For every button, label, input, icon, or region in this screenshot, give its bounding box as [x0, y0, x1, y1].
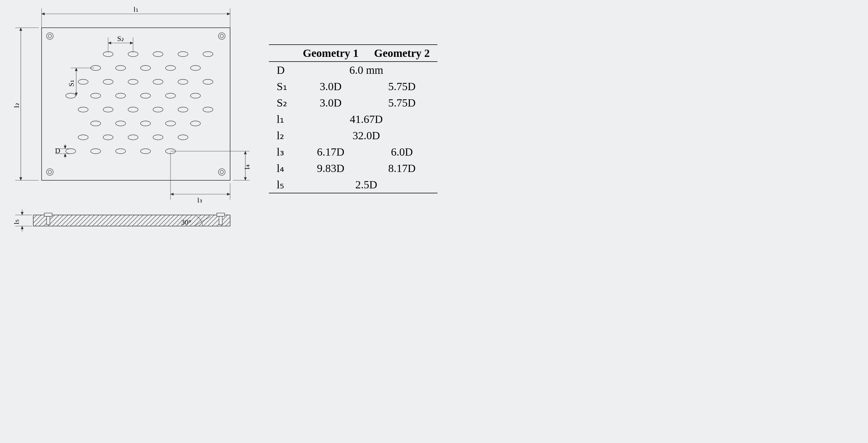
value-cell: 6.0 mm: [295, 62, 437, 78]
svg-point-13: [220, 170, 223, 174]
param-cell: l₂: [269, 127, 295, 144]
value-cell: 9.83D: [295, 160, 366, 176]
svg-point-18: [203, 52, 213, 57]
svg-point-9: [220, 34, 223, 38]
svg-rect-77: [219, 216, 222, 225]
value-cell: 3.0D: [295, 95, 366, 111]
param-cell: l₄: [269, 160, 295, 176]
svg-point-7: [48, 34, 52, 38]
svg-point-48: [103, 135, 113, 140]
value-cell: 3.0D: [295, 78, 366, 95]
svg-point-51: [178, 135, 188, 140]
label-l4: l₄: [243, 165, 251, 169]
svg-point-44: [141, 121, 151, 126]
label-l1: l₁: [133, 5, 138, 13]
param-cell: S₁: [269, 78, 295, 95]
svg-point-46: [190, 121, 200, 126]
svg-point-28: [178, 79, 188, 84]
param-cell: l₁: [269, 111, 295, 127]
svg-point-37: [103, 107, 113, 112]
param-cell: l₃: [269, 144, 295, 160]
svg-rect-74: [44, 213, 52, 216]
svg-point-25: [103, 79, 113, 84]
svg-point-43: [116, 121, 126, 126]
value-cell: 5.75D: [366, 95, 437, 111]
svg-point-38: [128, 107, 138, 112]
value-cell: 2.5D: [295, 176, 437, 193]
svg-point-11: [48, 170, 52, 174]
svg-point-41: [203, 107, 213, 112]
bolt-holes: [46, 33, 225, 175]
svg-point-23: [190, 65, 200, 70]
svg-point-34: [165, 93, 176, 98]
svg-point-27: [153, 79, 163, 84]
geometry-table: Geometry 1 Geometry 2 D6.0 mmS₁3.0D5.75D…: [269, 45, 437, 193]
svg-point-40: [178, 107, 188, 112]
value-cell: 6.17D: [295, 144, 366, 160]
svg-rect-75: [46, 216, 50, 225]
svg-point-10: [46, 169, 53, 175]
svg-point-32: [116, 93, 126, 98]
svg-point-35: [190, 93, 200, 98]
svg-point-6: [46, 33, 53, 39]
param-cell: l₅: [269, 176, 295, 193]
value-cell: 41.67D: [295, 111, 437, 127]
svg-point-53: [91, 149, 101, 154]
svg-point-42: [91, 121, 101, 126]
svg-point-36: [78, 107, 88, 112]
param-cell: D: [269, 62, 295, 78]
label-S1: S₁: [67, 80, 75, 87]
hole-array: [66, 52, 213, 154]
svg-point-45: [165, 121, 176, 126]
value-cell: 6.0D: [366, 144, 437, 160]
svg-point-31: [91, 93, 101, 98]
svg-point-22: [165, 65, 176, 70]
svg-point-49: [128, 135, 138, 140]
svg-point-16: [153, 52, 163, 57]
label-D: D: [55, 147, 60, 155]
svg-point-54: [116, 149, 126, 154]
svg-point-24: [78, 79, 88, 84]
value-cell: 5.75D: [366, 78, 437, 95]
param-cell: S₂: [269, 95, 295, 111]
label-l3: l₃: [197, 196, 202, 204]
label-l5: l₅: [12, 219, 21, 224]
svg-point-52: [66, 149, 76, 154]
label-l2: l₂: [12, 103, 21, 108]
value-cell: 32.0D: [295, 127, 437, 144]
svg-point-21: [141, 65, 151, 70]
svg-point-39: [153, 107, 163, 112]
engineering-drawing: l₁ l₂: [11, 5, 252, 234]
svg-point-8: [218, 33, 225, 39]
label-angle: 30°: [181, 218, 191, 226]
col-header-1: Geometry 1: [295, 45, 366, 62]
svg-rect-73: [33, 215, 230, 226]
svg-point-12: [218, 169, 225, 175]
svg-point-47: [78, 135, 88, 140]
svg-point-55: [141, 149, 151, 154]
svg-point-17: [178, 52, 188, 57]
value-cell: 8.17D: [366, 160, 437, 176]
svg-point-20: [116, 65, 126, 70]
side-view: 30°: [33, 213, 230, 226]
label-S2: S₂: [117, 35, 124, 43]
svg-point-33: [141, 93, 151, 98]
plate-outline: [41, 28, 230, 180]
drawing-svg: l₁ l₂: [11, 5, 252, 233]
svg-rect-76: [217, 213, 224, 216]
svg-point-50: [153, 135, 163, 140]
svg-point-30: [66, 93, 76, 98]
svg-point-26: [128, 79, 138, 84]
col-header-2: Geometry 2: [366, 45, 437, 62]
svg-point-29: [203, 79, 213, 84]
